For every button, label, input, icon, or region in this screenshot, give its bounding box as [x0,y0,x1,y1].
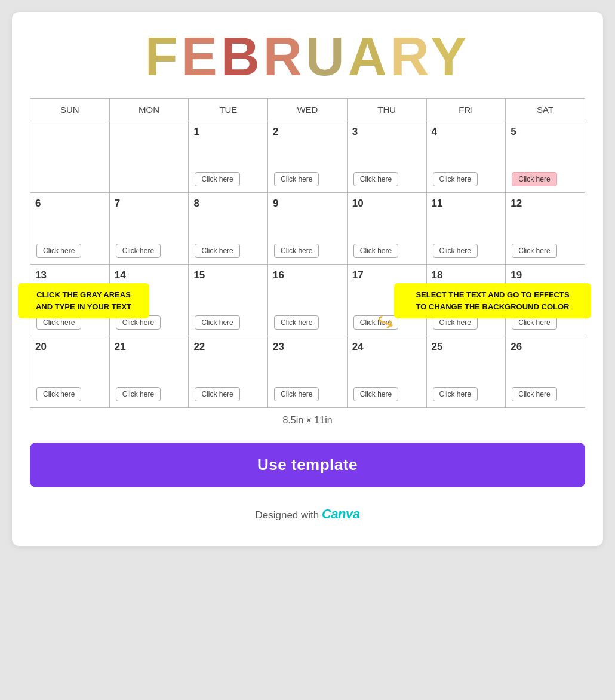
click-here-button[interactable]: Click here [36,244,81,258]
cell-8: 8 Click here [189,193,268,265]
letter-y: Y [430,27,470,87]
letter-b: B [221,27,263,87]
cell-16: 16 Click here [268,265,348,336]
main-card: FEBRUARY CLICK THE GRAY AREASAND TYPE IN… [12,12,603,546]
cell-21: 21 Click here [109,336,189,408]
letter-e: E [182,27,221,87]
dimension-label: 8.5in × 11in [30,415,585,426]
cell-10: 10 Click here [347,193,426,265]
click-here-button[interactable]: Click here [353,244,398,258]
day-number: 14 [115,269,184,281]
click-here-button[interactable]: Click here [512,244,556,258]
click-here-button[interactable]: Click here [353,387,398,401]
header-sun: SUN [30,99,110,121]
day-number: 10 [352,198,422,210]
day-number: 1 [193,126,263,138]
calendar-table: SUN MON TUE WED THU FRI SAT 1 Click here [30,98,585,408]
cell-25: 25 Click here [426,336,506,408]
day-number: 6 [35,198,104,210]
letter-u: U [306,27,348,87]
cell-3: 3 Click here [347,121,426,193]
click-here-button[interactable]: Click here [116,244,161,258]
day-number: 7 [115,198,184,210]
calendar-wrap: CLICK THE GRAY AREASAND TYPE IN YOUR TEX… [30,98,585,408]
designed-with: Designed with Canva [30,506,585,522]
click-here-button[interactable]: Click here [195,315,239,330]
click-here-button[interactable]: Click here [195,172,239,186]
day-number: 25 [432,341,501,353]
click-here-button[interactable]: Click here [433,244,478,258]
click-here-button[interactable]: Click here [353,172,398,186]
click-here-button[interactable]: Click here [433,387,478,401]
cell-7: 7 Click here [109,193,189,265]
click-here-button[interactable]: Click here [433,172,478,186]
click-here-button[interactable]: Click here [195,387,239,401]
day-number: 12 [511,198,580,210]
cell-4: 4 Click here [426,121,506,193]
day-number: 24 [352,341,422,353]
click-here-button[interactable]: Click here [116,387,161,401]
canva-logo: Canva [322,506,360,521]
header-sat: SAT [506,99,585,121]
cell-empty-2 [109,121,189,193]
cell-9: 9 Click here [268,193,348,265]
day-number: 19 [511,269,580,281]
month-title: FEBRUARY [30,30,585,84]
click-here-button[interactable]: Click here [36,387,81,401]
day-number: 18 [432,269,501,281]
cell-12: 12 Click here [506,193,585,265]
day-number: 8 [193,198,263,210]
letter-r2: R [390,27,431,87]
letter-f: F [145,27,182,87]
header-tue: TUE [189,99,268,121]
cell-22: 22 Click here [189,336,268,408]
table-row: 1 Click here 2 Click here 3 Click here 4… [30,121,585,193]
callout-left: CLICK THE GRAY AREASAND TYPE IN YOUR TEX… [18,283,149,318]
cell-15: 15 Click here [189,265,268,336]
day-number: 3 [352,126,422,138]
table-row: 20 Click here 21 Click here 22 Click her… [30,336,585,408]
click-here-button[interactable]: Click here [274,387,319,401]
letter-a: A [348,27,390,87]
day-number: 4 [432,126,501,138]
header-wed: WED [268,99,348,121]
cell-6: 6 Click here [30,193,110,265]
cell-26: 26 Click here [506,336,585,408]
click-here-button[interactable]: Click here [274,244,319,258]
day-number: 11 [432,198,501,210]
day-number: 26 [511,341,580,353]
click-here-button[interactable]: Click here [195,244,239,258]
cell-1: 1 Click here [189,121,268,193]
cell-5: 5 Click here [506,121,585,193]
designed-with-text: Designed with [255,509,319,521]
callout-right: SELECT THE TEXT AND GO TO EFFECTSTO CHAN… [394,283,591,318]
table-row: 6 Click here 7 Click here 8 Click here 9… [30,193,585,265]
click-here-button[interactable]: Click here [512,172,556,186]
day-number: 17 [352,269,422,281]
cell-11: 11 Click here [426,193,506,265]
day-number: 21 [115,341,184,353]
cell-empty-1 [30,121,110,193]
letter-r: R [263,27,306,87]
day-number: 9 [273,198,342,210]
day-number: 2 [273,126,342,138]
cell-20: 20 Click here [30,336,110,408]
header-mon: MON [109,99,189,121]
cell-24: 24 Click here [347,336,426,408]
day-number: 23 [273,341,342,353]
cell-2: 2 Click here [268,121,348,193]
day-number: 5 [511,126,580,138]
day-number: 20 [35,341,104,353]
day-number: 13 [35,269,104,281]
header-fri: FRI [426,99,506,121]
click-here-button[interactable]: Click here [274,315,319,330]
click-here-button[interactable]: Click here [512,387,556,401]
day-number: 22 [193,341,263,353]
day-number: 16 [273,269,342,281]
header-thu: THU [347,99,426,121]
cell-23: 23 Click here [268,336,348,408]
use-template-button[interactable]: Use template [30,443,585,487]
day-number: 15 [193,269,263,281]
click-here-button[interactable]: Click here [274,172,319,186]
